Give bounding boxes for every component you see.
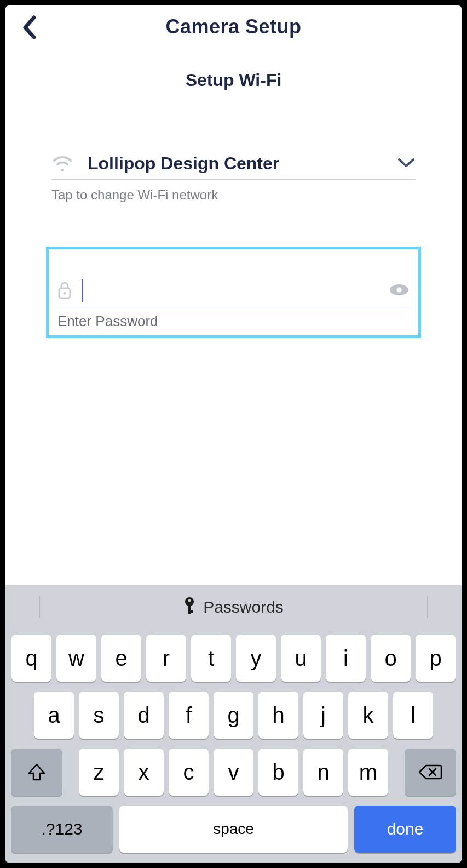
shift-key[interactable] — [11, 749, 62, 796]
keyboard-row-4: .?123 space done — [10, 806, 457, 853]
key-b[interactable]: b — [258, 749, 298, 796]
key-m[interactable]: m — [348, 749, 388, 796]
key-h[interactable]: h — [258, 692, 298, 739]
chevron-down-icon — [397, 157, 416, 170]
keyboard: Passwords qwertyuiop asdfghjkl zxcvbnm — [5, 585, 462, 863]
key-i[interactable]: i — [326, 635, 366, 682]
toggle-password-visibility[interactable] — [389, 283, 410, 299]
key-e[interactable]: e — [101, 635, 141, 682]
key-k[interactable]: k — [348, 692, 388, 739]
svg-point-1 — [64, 292, 66, 295]
keyboard-suggestion-bar[interactable]: Passwords — [5, 585, 462, 629]
numeric-switch-key[interactable]: .?123 — [11, 806, 113, 853]
keyboard-row-3: zxcvbnm — [10, 749, 457, 796]
password-hint: Enter Password — [57, 313, 410, 330]
password-input[interactable] — [83, 280, 389, 302]
key-o[interactable]: o — [371, 635, 411, 682]
page-subtitle: Setup Wi-Fi — [5, 70, 462, 90]
backspace-icon — [418, 763, 442, 781]
wifi-network-selector[interactable]: Lollipop Design Center — [51, 153, 416, 180]
key-j[interactable]: j — [303, 692, 343, 739]
key-y[interactable]: y — [236, 635, 276, 682]
wifi-icon — [51, 155, 73, 173]
spacer — [5, 338, 462, 585]
backspace-key[interactable] — [405, 749, 456, 796]
key-w[interactable]: w — [56, 635, 96, 682]
page-title: Camera Setup — [165, 15, 301, 38]
eye-icon — [389, 283, 410, 296]
key-v[interactable]: v — [214, 749, 253, 796]
password-box: Enter Password — [46, 247, 421, 338]
key-a[interactable]: a — [34, 692, 74, 739]
wifi-network-name: Lollipop Design Center — [88, 153, 397, 174]
key-q[interactable]: q — [11, 635, 51, 682]
key-g[interactable]: g — [214, 692, 253, 739]
key-l[interactable]: l — [393, 692, 433, 739]
key-t[interactable]: t — [191, 635, 231, 682]
keyboard-rows: qwertyuiop asdfghjkl zxcvbnm — [5, 629, 462, 853]
key-n[interactable]: n — [303, 749, 343, 796]
shift-icon — [27, 763, 46, 781]
keyboard-row-1: qwertyuiop — [10, 635, 457, 682]
done-key[interactable]: done — [354, 806, 456, 853]
key-d[interactable]: d — [124, 692, 164, 739]
key-c[interactable]: c — [169, 749, 209, 796]
lock-icon — [57, 281, 72, 301]
wifi-change-hint: Tap to change Wi-Fi network — [51, 187, 416, 203]
header: Camera Setup — [5, 5, 462, 48]
keyboard-row-2: asdfghjkl — [10, 692, 457, 739]
svg-point-3 — [397, 288, 402, 293]
key-x[interactable]: x — [124, 749, 164, 796]
space-key[interactable]: space — [119, 806, 348, 853]
key-z[interactable]: z — [79, 749, 119, 796]
password-field-row — [57, 279, 410, 307]
back-button[interactable] — [22, 15, 37, 42]
app-screen: Camera Setup Setup Wi-Fi Lollipop Design… — [5, 5, 462, 863]
svg-rect-7 — [188, 610, 193, 613]
content: Lollipop Design Center Tap to change Wi-… — [5, 153, 462, 338]
svg-point-5 — [188, 599, 191, 602]
keyboard-row-3-letters: zxcvbnm — [79, 749, 388, 796]
key-f[interactable]: f — [169, 692, 209, 739]
key-u[interactable]: u — [281, 635, 321, 682]
key-s[interactable]: s — [79, 692, 119, 739]
keyboard-suggestion-label: Passwords — [203, 598, 284, 616]
back-icon — [22, 15, 37, 39]
key-p[interactable]: p — [416, 635, 456, 682]
key-icon — [183, 597, 195, 618]
key-r[interactable]: r — [146, 635, 186, 682]
